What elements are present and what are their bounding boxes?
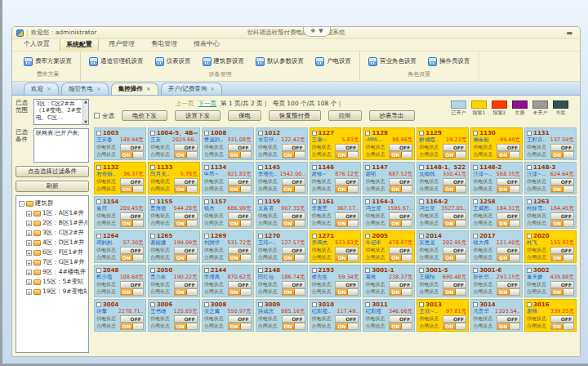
- breaker-toggle[interactable]: ON: [228, 254, 252, 261]
- choose-filter-button[interactable]: 点击选择过滤条件: [16, 166, 89, 177]
- room-card[interactable]: 3001-5王楠怡690.48元供电状态OFF合闸状态ON: [416, 265, 469, 297]
- room-card[interactable]: 1164-2冯立星3527.05..供电状态OFF合闸状态ON: [416, 196, 469, 229]
- supply-toggle[interactable]: OFF: [120, 281, 144, 288]
- room-card[interactable]: 2017钱大伟121.40元供电状态OFF合闸状态ON: [470, 230, 523, 263]
- breaker-toggle[interactable]: ON: [282, 185, 305, 193]
- action-button-保电[interactable]: 保电: [228, 110, 261, 121]
- room-card[interactable]: 1133田月美..5.78元供电状态OFF合闸状态ON: [148, 162, 200, 194]
- supply-toggle[interactable]: OFF: [228, 144, 252, 151]
- room-card[interactable]: 1004-5、4B—王英2029.66..供电状态OFF合闸状态ON: [148, 127, 200, 160]
- breaker-toggle[interactable]: ON: [120, 254, 144, 261]
- room-checkbox[interactable]: [527, 302, 532, 307]
- room-checkbox[interactable]: [204, 302, 209, 307]
- supply-toggle[interactable]: OFF: [335, 247, 359, 254]
- supply-toggle[interactable]: OFF: [443, 212, 466, 220]
- room-checkbox[interactable]: [419, 165, 424, 170]
- supply-toggle[interactable]: OFF: [443, 315, 466, 323]
- tab[interactable]: 开户/记费查询×: [161, 83, 222, 95]
- room-checkbox[interactable]: [365, 131, 370, 136]
- breaker-toggle[interactable]: ON: [497, 288, 520, 296]
- collapse-icon[interactable]: -: [19, 201, 24, 207]
- breaker-toggle[interactable]: ON: [497, 254, 520, 261]
- supply-toggle[interactable]: OFF: [497, 281, 520, 288]
- breaker-toggle[interactable]: ON: [497, 151, 520, 158]
- room-card[interactable]: 2050贵力友190.22元供电状态OFF合闸状态ON: [148, 265, 200, 297]
- supply-toggle[interactable]: OFF: [120, 247, 144, 254]
- selected-range-listbox[interactable]: 3区：C区2#井（1#变电、2#变电、C区… ▲ ▼: [33, 99, 89, 125]
- room-card[interactable]: 1258王威图..184.31元供电状态OFF合闸状态ON: [470, 196, 523, 229]
- supply-toggle[interactable]: OFF: [174, 247, 198, 254]
- supply-toggle[interactable]: OFF: [282, 315, 305, 323]
- room-checkbox[interactable]: [204, 165, 209, 170]
- supply-toggle[interactable]: OFF: [550, 178, 574, 185]
- room-card[interactable]: 1128-MM-..88.96元供电状态OFF合闸状态ON: [363, 127, 415, 160]
- scroll-up-icon[interactable]: ▲: [84, 100, 87, 104]
- supply-toggle[interactable]: OFF: [443, 144, 466, 151]
- supply-toggle[interactable]: OFF: [497, 178, 520, 185]
- supply-toggle[interactable]: OFF: [443, 281, 466, 288]
- supply-toggle[interactable]: OFF: [335, 212, 359, 220]
- room-checkbox[interactable]: [150, 302, 155, 307]
- minimize-button[interactable]: ▬: [563, 29, 576, 37]
- room-checkbox[interactable]: [365, 302, 370, 307]
- room-card[interactable]: 3011纪彩霞346.06元供电状态OFF合闸状态ON: [363, 299, 415, 332]
- breaker-toggle[interactable]: ON: [335, 288, 359, 296]
- room-checkbox[interactable]: [473, 131, 478, 136]
- breaker-toggle[interactable]: ON: [550, 220, 574, 227]
- room-checkbox[interactable]: [365, 268, 370, 273]
- supply-toggle[interactable]: OFF: [120, 178, 144, 185]
- supply-toggle[interactable]: OFF: [174, 281, 198, 288]
- room-card[interactable]: 1269刘国华531.72元供电状态OFF合闸状态ON: [202, 230, 254, 263]
- expand-icon[interactable]: +: [26, 240, 32, 246]
- supply-toggle[interactable]: OFF: [228, 212, 252, 220]
- tree-root[interactable]: -建筑群: [19, 199, 87, 208]
- room-checkbox[interactable]: [527, 165, 532, 170]
- supply-toggle[interactable]: OFF: [120, 212, 144, 220]
- supply-toggle[interactable]: OFF: [120, 315, 144, 323]
- room-card[interactable]: 3002童天媛439.88元供电状态OFF合闸状态ON: [524, 265, 577, 297]
- scroll-down-icon[interactable]: ▼: [84, 120, 87, 124]
- breaker-toggle[interactable]: ON: [389, 323, 412, 330]
- room-checkbox[interactable]: [527, 199, 532, 204]
- room-checkbox[interactable]: [258, 234, 263, 239]
- ribbon-button[interactable]: 操作员设置: [425, 55, 474, 69]
- breaker-toggle[interactable]: ON: [550, 288, 574, 296]
- room-card[interactable]: 1127王康~5.83元供电状态OFF合闸状态ON: [310, 127, 362, 160]
- breaker-toggle[interactable]: ON: [550, 254, 574, 261]
- room-card[interactable]: 1129解城霞..19.23元供电状态OFF合闸状态ON: [416, 127, 469, 160]
- room-card[interactable]: 1008曹温韵..331.08元供电状态OFF合闸状态ON: [202, 127, 254, 160]
- room-card[interactable]: 1264邓妈妈57.30元供电状态OFF合闸状态ON: [94, 230, 146, 263]
- breaker-toggle[interactable]: ON: [174, 151, 198, 158]
- supply-toggle[interactable]: OFF: [497, 144, 520, 151]
- tree-node[interactable]: +15区：5#变站（3#变电: [19, 277, 87, 287]
- breaker-toggle[interactable]: ON: [228, 288, 252, 296]
- room-checkbox[interactable]: [312, 199, 317, 204]
- room-checkbox[interactable]: [96, 131, 101, 136]
- room-card[interactable]: 3014凡贵华1103.54..供电状态OFF合闸状态ON: [470, 299, 523, 332]
- room-card[interactable]: 1159太富者907.35元供电状态OFF合闸状态ON: [256, 196, 308, 229]
- room-checkbox[interactable]: [150, 165, 155, 170]
- breaker-toggle[interactable]: ON: [174, 254, 198, 261]
- ribbon-button[interactable]: 仪表设置: [152, 55, 194, 69]
- breaker-toggle[interactable]: ON: [389, 185, 412, 193]
- room-checkbox[interactable]: [150, 199, 155, 204]
- room-checkbox[interactable]: [312, 131, 317, 136]
- room-card[interactable]: 1130佩金献99.49元供电状态OFF合闸状态ON: [470, 127, 523, 160]
- room-checkbox[interactable]: [312, 234, 317, 239]
- room-checkbox[interactable]: [419, 268, 424, 273]
- supply-toggle[interactable]: OFF: [282, 281, 305, 288]
- room-checkbox[interactable]: [419, 234, 424, 239]
- room-checkbox[interactable]: [473, 234, 478, 239]
- action-button-电价下发[interactable]: 电价下发: [122, 110, 167, 121]
- room-checkbox[interactable]: [96, 199, 101, 204]
- room-card[interactable]: 2014安思龙202.95元供电状态OFF合闸状态ON: [416, 230, 469, 263]
- supply-toggle[interactable]: OFF: [282, 144, 305, 151]
- supply-toggle[interactable]: OFF: [389, 144, 412, 151]
- skin-selector[interactable]: ❖ ▼: [303, 27, 331, 37]
- room-card[interactable]: 2193侯先生59.34元供电状态OFF合闸状态ON: [310, 265, 362, 297]
- room-card[interactable]: 1271李伟杰533.83元供电状态OFF合闸状态ON: [310, 230, 362, 263]
- next-page-link[interactable]: 下一页: [198, 100, 217, 108]
- room-checkbox[interactable]: [419, 302, 424, 307]
- supply-toggle[interactable]: OFF: [550, 247, 574, 254]
- supply-toggle[interactable]: OFF: [174, 178, 198, 185]
